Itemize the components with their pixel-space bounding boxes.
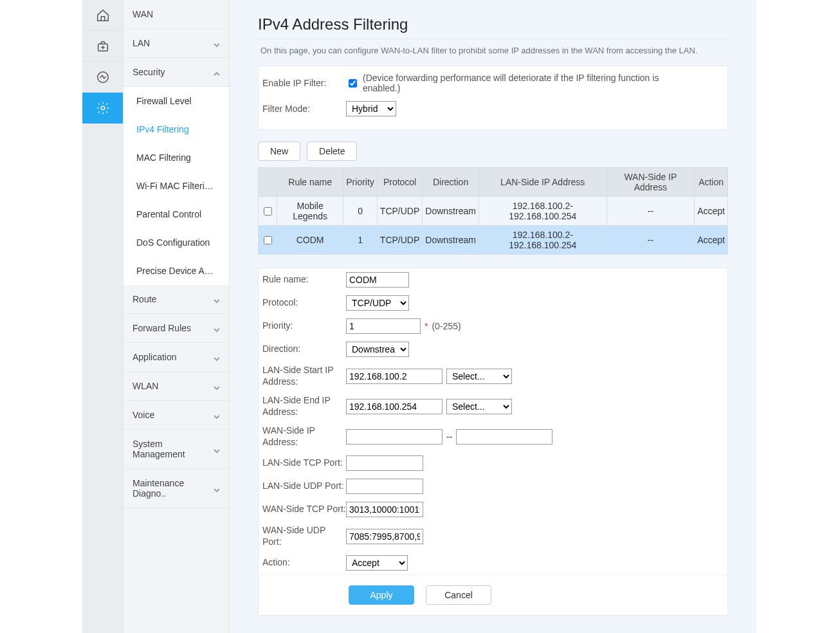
row-checkbox[interactable]	[264, 236, 272, 244]
nav-label: Maintenance Diagno..	[132, 478, 214, 499]
protocol-label: Protocol:	[262, 297, 346, 309]
wan-tcp-port-input[interactable]	[346, 502, 423, 517]
rail-gauge-icon[interactable]	[82, 62, 123, 93]
lan-udp-port-input[interactable]	[346, 479, 423, 494]
col-wan-ip: WAN-Side IP Address	[607, 168, 695, 197]
side-nav: WAN LAN Security Firewall Level IPv4 Fil…	[123, 0, 230, 633]
protocol-select[interactable]: TCP/UDP	[346, 295, 409, 311]
table-row[interactable]: Mobile Legends0TCP/UDPDownstream192.168.…	[259, 197, 728, 226]
priority-hint: (0-255)	[432, 321, 461, 331]
cell-rule-name: CODM	[277, 226, 343, 255]
cell-wan-ip: --	[607, 197, 695, 226]
lan-end-ip-input[interactable]	[346, 399, 443, 414]
nav-maintenance-diagnostic[interactable]: Maintenance Diagno..	[123, 469, 229, 508]
divider	[258, 39, 728, 39]
nav-forward-rules[interactable]: Forward Rules	[123, 314, 229, 343]
rule-name-input[interactable]	[346, 272, 409, 288]
action-label: Action:	[262, 557, 346, 569]
priority-input[interactable]	[346, 318, 421, 334]
svg-point-2	[101, 106, 105, 110]
rail-settings-icon[interactable]	[82, 93, 123, 124]
cell-direction: Downstream	[423, 197, 479, 226]
direction-label: Direction:	[262, 344, 346, 355]
required-marker: *	[425, 321, 428, 331]
cell-priority: 0	[343, 197, 378, 226]
nav-wan[interactable]: WAN	[123, 0, 229, 29]
wan-udp-port-input[interactable]	[346, 529, 423, 544]
icon-rail	[82, 0, 123, 633]
delete-button[interactable]: Delete	[307, 142, 357, 161]
nav-label: System Management	[132, 439, 214, 459]
priority-label: Priority:	[262, 320, 346, 332]
wan-ip-start-input[interactable]	[346, 429, 443, 445]
nav-label: Forward Rules	[132, 323, 191, 333]
apply-button[interactable]: Apply	[349, 585, 414, 605]
new-button[interactable]: New	[258, 142, 300, 161]
lan-end-ip-select[interactable]: Select...	[446, 399, 512, 414]
col-checkbox	[259, 168, 277, 197]
nav-wlan[interactable]: WLAN	[123, 372, 229, 401]
lan-tcp-port-input[interactable]	[346, 455, 423, 471]
col-priority: Priority	[343, 168, 378, 197]
filter-mode-label: Filter Mode:	[262, 104, 346, 114]
sub-firewall-level[interactable]: Firewall Level	[123, 87, 229, 115]
right-padding	[756, 0, 840, 633]
main-content: IPv4 Address Filtering On this page, you…	[230, 0, 756, 633]
direction-select[interactable]: Downstream	[346, 342, 409, 357]
action-select[interactable]: Accept	[346, 555, 408, 571]
wan-ip-separator: --	[446, 432, 452, 442]
lan-end-ip-label: LAN-Side End IP Address:	[262, 395, 346, 417]
col-lan-ip: LAN-Side IP Address	[479, 168, 607, 197]
cancel-button[interactable]: Cancel	[426, 585, 491, 605]
sub-mac-filtering[interactable]: MAC Filtering	[123, 143, 229, 172]
chevron-down-icon	[214, 40, 220, 46]
rule-edit-panel: Rule name: Protocol: TCP/UDP Priority: *…	[258, 268, 728, 616]
chevron-up-icon	[214, 69, 220, 75]
cell-wan-ip: --	[607, 226, 695, 255]
col-rule-name: Rule name	[277, 168, 343, 197]
cell-lan-ip: 192.168.100.2-192.168.100.254	[479, 226, 607, 255]
sub-dos-config[interactable]: DoS Configuration	[123, 228, 229, 257]
cell-protocol: TCP/UDP	[377, 226, 422, 255]
nav-system-management[interactable]: System Management	[123, 430, 229, 469]
lan-start-ip-select[interactable]: Select...	[446, 369, 512, 384]
rail-home-icon[interactable]	[82, 0, 123, 31]
rail-medkit-icon[interactable]	[82, 31, 123, 62]
enable-ip-filter-checkbox[interactable]	[349, 79, 357, 87]
lan-udp-port-label: LAN-Side UDP Port:	[262, 481, 346, 492]
chevron-down-icon	[214, 383, 220, 389]
sub-parental-control[interactable]: Parental Control	[123, 200, 229, 228]
wan-ip-end-input[interactable]	[456, 429, 552, 445]
wan-tcp-port-label: WAN-Side TCP Port:	[262, 504, 346, 515]
table-toolbar: New Delete	[258, 142, 728, 161]
nav-route[interactable]: Route	[123, 285, 229, 314]
chevron-down-icon	[214, 325, 220, 331]
left-padding	[0, 0, 82, 633]
nav-label: Voice	[132, 410, 154, 420]
wan-ip-label: WAN-Side IP Address:	[262, 425, 346, 448]
nav-lan[interactable]: LAN	[123, 29, 229, 58]
row-checkbox[interactable]	[264, 207, 272, 216]
nav-label: Route	[132, 294, 156, 304]
filter-mode-select[interactable]: Hybrid	[346, 101, 396, 116]
sub-wifi-mac-filtering[interactable]: Wi-Fi MAC Filterin...	[123, 172, 229, 200]
rule-name-label: Rule name:	[262, 274, 346, 286]
cell-action: Accept	[695, 226, 728, 255]
nav-label: LAN	[132, 38, 150, 48]
table-row[interactable]: CODM1TCP/UDPDownstream192.168.100.2-192.…	[259, 226, 728, 255]
cell-action: Accept	[695, 197, 728, 226]
lan-start-ip-input[interactable]	[346, 369, 443, 384]
sub-ipv4-filtering[interactable]: IPv4 Filtering	[123, 115, 229, 143]
cell-lan-ip: 192.168.100.2-192.168.100.254	[479, 197, 607, 226]
nav-label: WAN	[132, 9, 153, 19]
sub-precise-device[interactable]: Precise Device Acc...	[123, 257, 229, 285]
nav-application[interactable]: Application	[123, 343, 229, 372]
nav-label: Application	[132, 352, 177, 362]
cell-direction: Downstream	[423, 226, 479, 255]
chevron-down-icon	[214, 485, 220, 491]
chevron-down-icon	[214, 446, 220, 452]
nav-voice[interactable]: Voice	[123, 401, 229, 430]
page-title: IPv4 Address Filtering	[258, 15, 728, 33]
rules-table: Rule name Priority Protocol Direction LA…	[258, 167, 728, 255]
nav-security[interactable]: Security	[123, 58, 229, 87]
